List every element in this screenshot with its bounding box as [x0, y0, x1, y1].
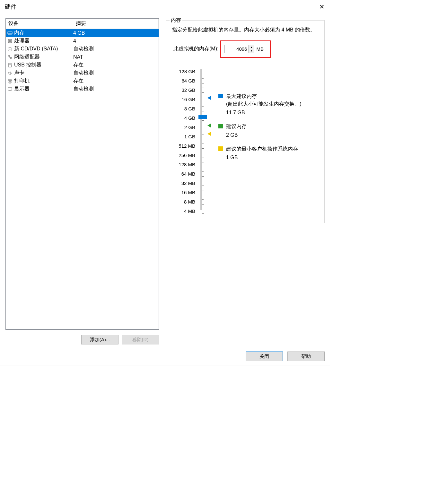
close-icon[interactable]: ✕ [318, 3, 326, 11]
marker-min-icon [207, 132, 211, 136]
legend-max-value: 11.7 GB [218, 110, 319, 116]
marker-max-icon [207, 96, 211, 100]
legend-rec-label: 建议内存 [226, 123, 247, 130]
device-name: 网络适配器 [14, 54, 40, 60]
device-summary: 存在 [73, 78, 157, 84]
svg-rect-16 [8, 88, 12, 90]
device-row[interactable]: USB 控制器存在 [6, 61, 159, 69]
legend-max-sub: (超出此大小可能发生内存交换。) [226, 100, 302, 108]
svg-rect-14 [8, 80, 12, 82]
device-row[interactable]: 新 CD/DVD (SATA)自动检测 [6, 45, 159, 53]
slider-tick-label: 16 GB [173, 95, 198, 104]
memory-description: 指定分配给此虚拟机的内存量。内存大小必须为 4 MB 的倍数。 [172, 26, 319, 34]
svg-point-8 [10, 48, 11, 49]
slider-thumb[interactable] [198, 115, 207, 119]
col-header-device[interactable]: 设备 [6, 19, 73, 29]
slider-tick-label: 4 MB [173, 206, 198, 216]
device-summary: 自动检测 [73, 70, 157, 76]
slider-tick-label: 256 MB [173, 151, 198, 160]
memory-spinner[interactable]: ▲ ▼ [224, 45, 254, 53]
svg-rect-11 [9, 63, 11, 65]
device-row[interactable]: 处理器4 [6, 37, 159, 45]
usb-icon [7, 62, 13, 68]
cpu-icon [7, 38, 13, 44]
slider-tick-label: 64 MB [173, 169, 198, 178]
slider-tick-label: 128 MB [173, 160, 198, 169]
slider-tick-label: 512 MB [173, 141, 198, 151]
slider-tick-label: 32 GB [173, 85, 198, 95]
slider-tick-label: 64 GB [173, 76, 198, 85]
disc-icon [7, 46, 13, 52]
slider-tick-labels: 128 GB64 GB32 GB16 GB8 GB4 GB2 GB1 GB512… [173, 67, 198, 216]
device-table: 设备 摘要 内存4 GB处理器4新 CD/DVD (SATA)自动检测网络适配器… [5, 18, 159, 330]
device-summary: 自动检测 [73, 46, 157, 52]
slider-tick-label: 4 GB [173, 113, 198, 123]
slider-tick-label: 8 GB [173, 104, 198, 113]
device-summary: 存在 [73, 62, 157, 68]
device-row[interactable]: 网络适配器NAT [6, 53, 159, 61]
device-row[interactable]: 显示器自动检测 [6, 85, 159, 93]
legend-min-label: 建议的最小客户机操作系统内存 [226, 145, 298, 153]
legend-rec: 建议内存 [218, 123, 319, 130]
memory-input[interactable] [224, 45, 248, 53]
legend-rec-swatch [218, 124, 223, 128]
legend-min: 建议的最小客户机操作系统内存 [218, 145, 319, 153]
legend-min-swatch [218, 146, 223, 151]
network-icon [7, 54, 13, 60]
svg-rect-9 [8, 56, 10, 57]
spin-down-button[interactable]: ▼ [249, 49, 254, 53]
svg-rect-6 [9, 40, 11, 42]
hardware-settings-window: 硬件 ✕ 设备 摘要 内存4 GB处理器4新 CD/DVD (SATA)自动检测… [0, 0, 330, 366]
device-name: 内存 [14, 30, 24, 36]
titlebar: 硬件 ✕ [0, 0, 330, 13]
device-name: 声卡 [14, 70, 24, 76]
device-name: 打印机 [14, 78, 30, 84]
device-table-header: 设备 摘要 [6, 19, 159, 29]
slider-tick-label: 2 GB [173, 123, 198, 132]
memory-slider[interactable] [198, 67, 212, 211]
device-name: 新 CD/DVD (SATA) [14, 46, 58, 52]
legend-max: 最大建议内存 (超出此大小可能发生内存交换。) [218, 92, 319, 108]
close-button[interactable]: 关闭 [246, 352, 283, 361]
marker-rec-icon [207, 123, 211, 128]
device-name: 处理器 [14, 38, 30, 44]
legend-rec-value: 2 GB [218, 132, 319, 138]
window-title: 硬件 [5, 3, 16, 11]
slider-tick-label: 16 MB [173, 188, 198, 197]
legend-min-value: 1 GB [218, 155, 319, 161]
display-icon [7, 86, 13, 92]
legend-max-swatch [218, 94, 223, 98]
device-summary: NAT [73, 54, 157, 60]
device-row[interactable]: 打印机存在 [6, 77, 159, 85]
slider-tick-label: 32 MB [173, 178, 198, 188]
slider-tick-label: 8 MB [173, 197, 198, 206]
help-button[interactable]: 帮助 [287, 352, 325, 361]
printer-icon [7, 78, 13, 84]
memory-unit: MB [256, 46, 264, 52]
memory-input-highlight: ▲ ▼ MB [220, 40, 271, 58]
device-row[interactable]: 内存4 GB [6, 29, 159, 37]
memory-icon [7, 30, 13, 36]
slider-tick-label: 1 GB [173, 132, 198, 141]
memory-fieldset: 内存 指定分配给此虚拟机的内存量。内存大小必须为 4 MB 的倍数。 此虚拟机的… [166, 20, 325, 223]
col-header-summary[interactable]: 摘要 [73, 19, 159, 29]
add-button[interactable]: 添加(A)... [81, 335, 118, 344]
memory-legend: 内存 [170, 17, 182, 24]
spin-up-button[interactable]: ▲ [249, 45, 254, 49]
device-summary: 4 GB [73, 30, 157, 36]
svg-rect-10 [10, 57, 12, 59]
device-summary: 4 [73, 38, 157, 44]
device-row[interactable]: 声卡自动检测 [6, 69, 159, 77]
slider-tick-label: 128 GB [173, 67, 198, 76]
device-summary: 自动检测 [73, 86, 157, 92]
legend-max-label: 最大建议内存 [226, 92, 302, 100]
memory-input-label: 此虚拟机的内存(M): [173, 46, 218, 52]
svg-rect-12 [8, 65, 12, 67]
svg-rect-5 [8, 39, 12, 43]
sound-icon [7, 70, 13, 76]
device-name: USB 控制器 [14, 62, 41, 68]
device-name: 显示器 [14, 86, 30, 92]
svg-rect-0 [8, 32, 12, 34]
remove-button: 移除(R) [122, 335, 159, 344]
